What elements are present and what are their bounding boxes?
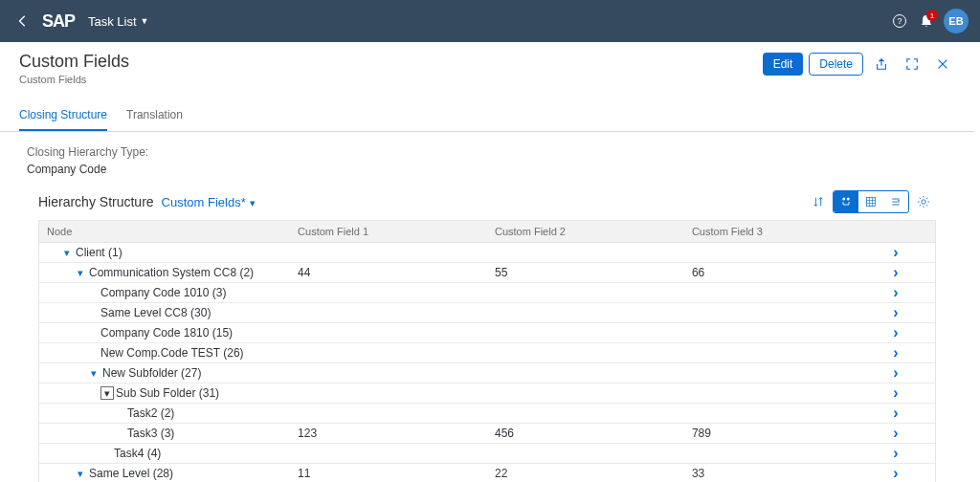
cell-cf1 <box>290 292 487 294</box>
notification-icon[interactable]: 1 <box>913 8 940 34</box>
cell-cf3 <box>684 332 881 334</box>
page-scroll[interactable]: Custom Fields Custom Fields Edit Delete … <box>0 42 980 482</box>
table-row[interactable]: Same Level (28)112233 <box>39 464 935 482</box>
row-nav-icon[interactable] <box>881 323 910 342</box>
row-nav-icon[interactable] <box>881 404 910 423</box>
close-icon[interactable] <box>930 52 955 77</box>
share-icon[interactable] <box>869 52 894 77</box>
app-title-dropdown[interactable]: Task List ▼ <box>88 14 149 29</box>
cell-cf3: 66 <box>684 265 881 280</box>
page-subtitle: Custom Fields <box>19 74 129 85</box>
node-label: New Comp.Code TEST (26) <box>100 346 244 360</box>
app-title-label: Task List <box>88 14 137 29</box>
node-label: Company Code 1010 (3) <box>100 286 226 299</box>
settings-icon[interactable] <box>911 189 936 214</box>
row-nav-icon[interactable] <box>881 424 910 443</box>
cell-cf1 <box>290 332 487 334</box>
cell-cf2 <box>487 252 684 253</box>
hierarchy-table: Node Custom Field 1 Custom Field 2 Custo… <box>38 220 936 482</box>
svg-point-2 <box>842 198 845 201</box>
hierarchy-toolbar: Hierarchy Structure Custom Fields* <box>0 182 974 220</box>
row-nav-icon[interactable] <box>881 283 910 302</box>
page-header: Custom Fields Custom Fields Edit Delete <box>0 42 974 89</box>
row-nav-icon[interactable] <box>881 363 910 383</box>
expand-icon[interactable] <box>74 266 87 279</box>
table-row[interactable]: Sub Sub Folder (31) <box>39 383 935 404</box>
row-nav-icon[interactable] <box>881 343 910 362</box>
shell-header: SAP Task List ▼ ? 1 EB <box>0 0 980 42</box>
cell-cf3 <box>684 452 881 454</box>
cell-cf2: 55 <box>487 265 684 280</box>
chevron-down-icon: ▼ <box>141 16 149 26</box>
svg-text:?: ? <box>897 16 902 26</box>
row-nav-icon[interactable] <box>881 303 910 322</box>
row-nav-icon[interactable] <box>881 383 910 403</box>
cell-cf3 <box>684 252 881 253</box>
chevron-down-icon <box>250 195 256 209</box>
node-label: Task3 (3) <box>127 427 174 440</box>
view-grid-button[interactable] <box>858 191 883 212</box>
expand-icon[interactable] <box>87 366 100 380</box>
cell-cf3 <box>684 312 881 314</box>
cell-cf2 <box>487 372 684 374</box>
col-header-node: Node <box>39 221 290 242</box>
node-label: Task4 (4) <box>114 447 161 460</box>
cell-cf1 <box>290 252 487 253</box>
sort-icon[interactable] <box>806 189 831 214</box>
hierarchy-type-label: Closing Hierarchy Type: <box>27 145 947 159</box>
node-label: Client (1) <box>76 246 122 259</box>
table-row[interactable]: Company Code 1810 (15) <box>39 323 935 343</box>
node-label: Communication System CC8 (2) <box>89 266 254 279</box>
hierarchy-title: Hierarchy Structure <box>38 194 154 209</box>
table-row[interactable]: Task2 (2) <box>39 404 935 424</box>
delete-button[interactable]: Delete <box>809 53 863 76</box>
cell-cf3: 789 <box>684 426 881 441</box>
table-row[interactable]: Same Level CC8 (30) <box>39 303 935 323</box>
field-selector-label: Custom Fields* <box>162 195 246 209</box>
hierarchy-type-value: Company Code <box>27 163 947 176</box>
cell-cf2: 456 <box>487 426 684 441</box>
col-header-cf2: Custom Field 2 <box>487 221 684 242</box>
cell-cf1 <box>290 392 487 394</box>
table-row[interactable]: New Subfolder (27) <box>39 363 935 383</box>
svg-point-5 <box>898 200 900 202</box>
fullscreen-icon[interactable] <box>900 52 924 77</box>
cell-cf3 <box>684 392 881 394</box>
expand-icon[interactable] <box>60 246 74 259</box>
cell-cf1: 44 <box>290 265 487 280</box>
row-nav-icon[interactable] <box>881 464 910 482</box>
table-row[interactable]: Task4 (4) <box>39 444 935 464</box>
node-label: Company Code 1810 (15) <box>100 326 233 340</box>
edit-button[interactable]: Edit <box>763 53 804 76</box>
cell-cf2 <box>487 412 684 414</box>
table-row[interactable]: Client (1) <box>39 243 935 263</box>
svg-rect-4 <box>867 198 876 207</box>
row-nav-icon[interactable] <box>881 243 910 262</box>
table-row[interactable]: Task3 (3)123456789 <box>39 424 935 444</box>
row-nav-icon[interactable] <box>881 444 910 463</box>
cell-cf1 <box>290 452 487 454</box>
cell-cf2 <box>487 332 684 334</box>
expand-icon[interactable] <box>100 386 114 400</box>
view-tree-button[interactable] <box>834 191 858 212</box>
cell-cf3 <box>684 412 881 414</box>
sap-logo: SAP <box>42 11 75 32</box>
cell-cf1: 123 <box>290 426 487 441</box>
cell-cf2 <box>487 452 684 454</box>
user-avatar[interactable]: EB <box>944 9 969 33</box>
table-row[interactable]: Company Code 1010 (3) <box>39 283 935 303</box>
expand-icon[interactable] <box>74 467 87 480</box>
view-list-button[interactable] <box>883 191 908 212</box>
field-selector[interactable]: Custom Fields* <box>162 195 256 209</box>
node-label: Same Level CC8 (30) <box>100 306 211 319</box>
page-title: Custom Fields <box>19 52 129 72</box>
table-row[interactable]: Communication System CC8 (2)445566 <box>39 263 935 283</box>
back-button[interactable] <box>11 10 34 33</box>
cell-cf2 <box>487 392 684 394</box>
table-row[interactable]: New Comp.Code TEST (26) <box>39 343 935 363</box>
row-nav-icon[interactable] <box>881 263 910 282</box>
tab-closing-structure[interactable]: Closing Structure <box>19 100 107 131</box>
tab-translation[interactable]: Translation <box>126 100 183 131</box>
node-label: Task2 (2) <box>127 406 174 420</box>
help-icon[interactable]: ? <box>886 8 913 34</box>
